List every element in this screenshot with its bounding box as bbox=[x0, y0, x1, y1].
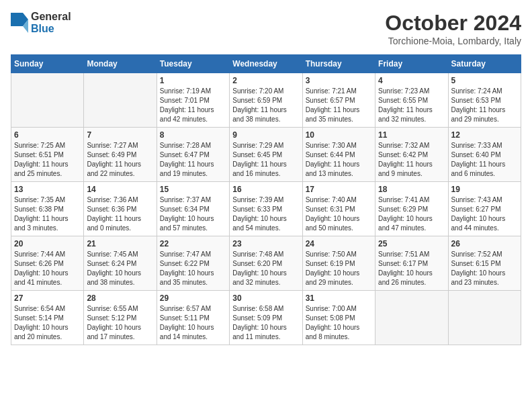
cell-info: Sunrise: 7:44 AMSunset: 6:26 PMDaylight:… bbox=[14, 250, 81, 287]
cell-day-number: 11 bbox=[378, 130, 445, 140]
cell-day-number: 23 bbox=[232, 239, 299, 248]
cell-day-number: 1 bbox=[160, 76, 226, 85]
cell-info: Sunrise: 6:55 AMSunset: 5:12 PMDaylight:… bbox=[87, 304, 153, 342]
weekday-header-saturday: Saturday bbox=[448, 55, 521, 73]
cell-info: Sunrise: 7:33 AMSunset: 6:40 PMDaylight:… bbox=[451, 141, 518, 179]
cell-info: Sunrise: 7:29 AMSunset: 6:45 PMDaylight:… bbox=[232, 141, 299, 179]
calendar-cell: 1Sunrise: 7:19 AMSunset: 7:01 PMDaylight… bbox=[157, 73, 229, 128]
cell-day-number: 24 bbox=[306, 239, 372, 248]
cell-info: Sunrise: 7:19 AMSunset: 7:01 PMDaylight:… bbox=[160, 87, 226, 124]
calendar-cell: 30Sunrise: 6:58 AMSunset: 5:09 PMDayligh… bbox=[230, 291, 302, 345]
calendar-table: SundayMondayTuesdayWednesdayThursdayFrid… bbox=[11, 54, 521, 345]
cell-info: Sunrise: 6:57 AMSunset: 5:11 PMDaylight:… bbox=[160, 304, 226, 342]
calendar-cell: 14Sunrise: 7:36 AMSunset: 6:36 PMDayligh… bbox=[84, 182, 157, 236]
cell-day-number: 10 bbox=[306, 130, 372, 140]
calendar-cell: 6Sunrise: 7:25 AMSunset: 6:51 PMDaylight… bbox=[11, 128, 84, 182]
cell-info: Sunrise: 7:48 AMSunset: 6:20 PMDaylight:… bbox=[232, 250, 299, 287]
logo-text: General Blue bbox=[31, 11, 71, 34]
calendar-cell: 22Sunrise: 7:47 AMSunset: 6:22 PMDayligh… bbox=[157, 236, 229, 291]
cell-day-number: 8 bbox=[160, 130, 226, 140]
calendar-cell: 20Sunrise: 7:44 AMSunset: 6:26 PMDayligh… bbox=[11, 236, 84, 291]
calendar-week-2: 6Sunrise: 7:25 AMSunset: 6:51 PMDaylight… bbox=[11, 128, 521, 182]
calendar-cell: 12Sunrise: 7:33 AMSunset: 6:40 PMDayligh… bbox=[448, 128, 521, 182]
calendar-week-5: 27Sunrise: 6:54 AMSunset: 5:14 PMDayligh… bbox=[11, 291, 521, 345]
calendar-cell: 15Sunrise: 7:37 AMSunset: 6:34 PMDayligh… bbox=[157, 182, 229, 236]
cell-info: Sunrise: 6:58 AMSunset: 5:09 PMDaylight:… bbox=[232, 304, 299, 342]
cell-info: Sunrise: 7:21 AMSunset: 6:57 PMDaylight:… bbox=[306, 87, 372, 124]
cell-info: Sunrise: 7:35 AMSunset: 6:38 PMDaylight:… bbox=[14, 195, 81, 233]
logo-icon bbox=[11, 13, 28, 33]
cell-info: Sunrise: 7:41 AMSunset: 6:29 PMDaylight:… bbox=[378, 195, 445, 233]
cell-info: Sunrise: 7:50 AMSunset: 6:19 PMDaylight:… bbox=[306, 250, 372, 287]
calendar-cell: 9Sunrise: 7:29 AMSunset: 6:45 PMDaylight… bbox=[230, 128, 302, 182]
cell-info: Sunrise: 7:32 AMSunset: 6:42 PMDaylight:… bbox=[378, 141, 445, 179]
cell-day-number: 14 bbox=[87, 185, 153, 194]
calendar-cell: 24Sunrise: 7:50 AMSunset: 6:19 PMDayligh… bbox=[302, 236, 375, 291]
calendar-cell: 5Sunrise: 7:24 AMSunset: 6:53 PMDaylight… bbox=[448, 73, 521, 128]
month-title: October 2024 bbox=[385, 11, 521, 36]
cell-day-number: 6 bbox=[14, 130, 81, 140]
calendar-cell: 17Sunrise: 7:40 AMSunset: 6:31 PMDayligh… bbox=[302, 182, 375, 236]
calendar-cell: 3Sunrise: 7:21 AMSunset: 6:57 PMDaylight… bbox=[302, 73, 375, 128]
cell-day-number: 27 bbox=[14, 293, 81, 303]
location-title: Torchione-Moia, Lombardy, Italy bbox=[385, 36, 521, 46]
cell-day-number: 30 bbox=[232, 293, 299, 303]
calendar-week-3: 13Sunrise: 7:35 AMSunset: 6:38 PMDayligh… bbox=[11, 182, 521, 236]
calendar-cell: 26Sunrise: 7:52 AMSunset: 6:15 PMDayligh… bbox=[448, 236, 521, 291]
cell-day-number: 19 bbox=[451, 185, 518, 194]
cell-day-number: 16 bbox=[232, 185, 299, 194]
cell-day-number: 21 bbox=[87, 239, 153, 248]
cell-info: Sunrise: 7:28 AMSunset: 6:47 PMDaylight:… bbox=[160, 141, 226, 179]
calendar-cell: 21Sunrise: 7:45 AMSunset: 6:24 PMDayligh… bbox=[84, 236, 157, 291]
cell-day-number: 31 bbox=[306, 293, 372, 303]
cell-info: Sunrise: 7:30 AMSunset: 6:44 PMDaylight:… bbox=[306, 141, 372, 179]
cell-day-number: 13 bbox=[14, 185, 81, 194]
cell-info: Sunrise: 6:54 AMSunset: 5:14 PMDaylight:… bbox=[14, 304, 81, 342]
cell-day-number: 18 bbox=[378, 185, 445, 194]
calendar-cell: 4Sunrise: 7:23 AMSunset: 6:55 PMDaylight… bbox=[375, 73, 448, 128]
calendar-cell: 27Sunrise: 6:54 AMSunset: 5:14 PMDayligh… bbox=[11, 291, 84, 345]
logo: General Blue bbox=[11, 11, 71, 34]
cell-info: Sunrise: 7:25 AMSunset: 6:51 PMDaylight:… bbox=[14, 141, 81, 179]
cell-info: Sunrise: 7:47 AMSunset: 6:22 PMDaylight:… bbox=[160, 250, 226, 287]
page-header: General Blue October 2024 Torchione-Moia… bbox=[11, 11, 521, 46]
title-block: October 2024 Torchione-Moia, Lombardy, I… bbox=[385, 11, 521, 46]
cell-day-number: 3 bbox=[306, 76, 372, 85]
weekday-header-wednesday: Wednesday bbox=[230, 55, 302, 73]
cell-info: Sunrise: 7:43 AMSunset: 6:27 PMDaylight:… bbox=[451, 195, 518, 233]
cell-day-number: 17 bbox=[306, 185, 372, 194]
cell-info: Sunrise: 7:51 AMSunset: 6:17 PMDaylight:… bbox=[378, 250, 445, 287]
calendar-cell: 18Sunrise: 7:41 AMSunset: 6:29 PMDayligh… bbox=[375, 182, 448, 236]
calendar-cell bbox=[448, 291, 521, 345]
cell-day-number: 20 bbox=[14, 239, 81, 248]
calendar-cell: 2Sunrise: 7:20 AMSunset: 6:59 PMDaylight… bbox=[230, 73, 302, 128]
calendar-cell: 25Sunrise: 7:51 AMSunset: 6:17 PMDayligh… bbox=[375, 236, 448, 291]
calendar-cell: 23Sunrise: 7:48 AMSunset: 6:20 PMDayligh… bbox=[230, 236, 302, 291]
cell-info: Sunrise: 7:23 AMSunset: 6:55 PMDaylight:… bbox=[378, 87, 445, 124]
cell-info: Sunrise: 7:36 AMSunset: 6:36 PMDaylight:… bbox=[87, 195, 153, 233]
cell-info: Sunrise: 7:40 AMSunset: 6:31 PMDaylight:… bbox=[306, 195, 372, 233]
cell-day-number: 7 bbox=[87, 130, 153, 140]
calendar-cell: 29Sunrise: 6:57 AMSunset: 5:11 PMDayligh… bbox=[157, 291, 229, 345]
weekday-header-sunday: Sunday bbox=[11, 55, 84, 73]
cell-day-number: 22 bbox=[160, 239, 226, 248]
cell-info: Sunrise: 7:00 AMSunset: 5:08 PMDaylight:… bbox=[306, 304, 372, 342]
weekday-header-thursday: Thursday bbox=[302, 55, 375, 73]
logo-blue: Blue bbox=[31, 23, 71, 35]
cell-day-number: 2 bbox=[232, 76, 299, 85]
logo-general: General bbox=[31, 11, 71, 23]
weekday-header-friday: Friday bbox=[375, 55, 448, 73]
cell-info: Sunrise: 7:52 AMSunset: 6:15 PMDaylight:… bbox=[451, 250, 518, 287]
cell-info: Sunrise: 7:27 AMSunset: 6:49 PMDaylight:… bbox=[87, 141, 153, 179]
cell-info: Sunrise: 7:20 AMSunset: 6:59 PMDaylight:… bbox=[232, 87, 299, 124]
cell-info: Sunrise: 7:39 AMSunset: 6:33 PMDaylight:… bbox=[232, 195, 299, 233]
calendar-cell: 8Sunrise: 7:28 AMSunset: 6:47 PMDaylight… bbox=[157, 128, 229, 182]
cell-info: Sunrise: 7:37 AMSunset: 6:34 PMDaylight:… bbox=[160, 195, 226, 233]
calendar-cell bbox=[375, 291, 448, 345]
weekday-header-monday: Monday bbox=[84, 55, 157, 73]
calendar-cell: 7Sunrise: 7:27 AMSunset: 6:49 PMDaylight… bbox=[84, 128, 157, 182]
cell-day-number: 5 bbox=[451, 76, 518, 85]
calendar-cell: 28Sunrise: 6:55 AMSunset: 5:12 PMDayligh… bbox=[84, 291, 157, 345]
cell-day-number: 26 bbox=[451, 239, 518, 248]
cell-day-number: 9 bbox=[232, 130, 299, 140]
